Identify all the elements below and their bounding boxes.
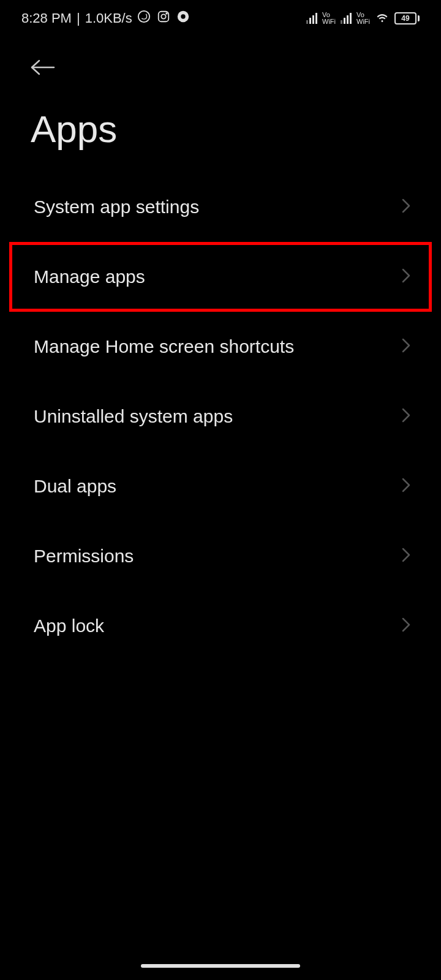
instagram-icon (157, 10, 170, 27)
menu-item-manage-apps[interactable]: Manage apps (9, 242, 432, 312)
status-right: Vo WiFi Vo WiFi 49 (306, 10, 420, 27)
menu-item-label: App lock (34, 616, 104, 636)
signal-icon-1 (306, 13, 317, 24)
chevron-right-icon (402, 548, 410, 565)
vowifi-label-2: Vo WiFi (356, 12, 370, 25)
svg-point-5 (181, 14, 185, 18)
menu-item-permissions[interactable]: Permissions (9, 521, 432, 591)
chevron-right-icon (402, 408, 410, 425)
back-button[interactable] (31, 55, 55, 80)
whatsapp-icon (137, 10, 151, 27)
battery-icon: 49 (394, 12, 420, 24)
signal-icon-2 (341, 13, 352, 24)
page-title: Apps (0, 80, 441, 172)
menu-item-label: System app settings (34, 197, 199, 217)
header (0, 37, 441, 80)
svg-point-0 (138, 11, 149, 22)
svg-point-3 (166, 13, 167, 14)
menu-item-label: Manage apps (34, 266, 145, 287)
chrome-icon (176, 10, 190, 27)
menu-item-label: Permissions (34, 546, 134, 567)
svg-point-2 (161, 14, 165, 18)
menu-item-label: Uninstalled system apps (34, 406, 233, 427)
home-indicator[interactable] (141, 964, 300, 968)
wifi-icon (375, 10, 390, 27)
menu-item-label: Manage Home screen shortcuts (34, 336, 294, 357)
status-network-speed: 1.0KB/s (85, 10, 132, 26)
menu-item-dual-apps[interactable]: Dual apps (9, 451, 432, 521)
menu-item-uninstalled-system-apps[interactable]: Uninstalled system apps (9, 382, 432, 451)
chevron-right-icon (402, 478, 410, 495)
menu-item-app-lock[interactable]: App lock (9, 591, 432, 661)
status-time: 8:28 PM (21, 10, 72, 26)
chevron-right-icon (402, 338, 410, 355)
menu-item-system-app-settings[interactable]: System app settings (9, 172, 432, 242)
chevron-right-icon (402, 198, 410, 216)
status-bar: 8:28 PM | 1.0KB/s (0, 0, 441, 37)
menu-item-label: Dual apps (34, 476, 116, 497)
chevron-right-icon (402, 617, 410, 635)
vowifi-label-1: Vo WiFi (322, 12, 336, 25)
status-app-icons (137, 10, 190, 27)
status-separator: | (77, 10, 80, 26)
menu-item-manage-home-shortcuts[interactable]: Manage Home screen shortcuts (9, 312, 432, 382)
status-left: 8:28 PM | 1.0KB/s (21, 10, 190, 27)
chevron-right-icon (402, 268, 410, 285)
menu-list: System app settings Manage apps Manage H… (0, 172, 441, 661)
